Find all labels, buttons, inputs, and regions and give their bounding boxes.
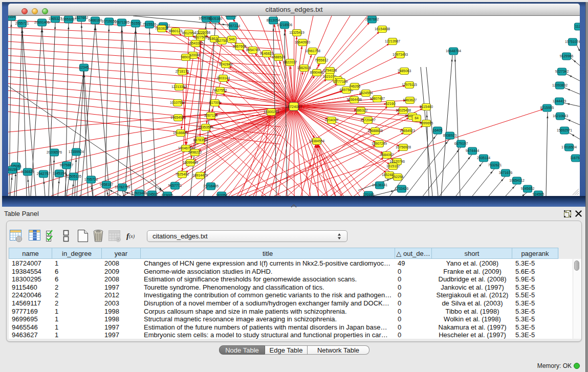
svg-text:10671385: 10671385 xyxy=(114,20,129,24)
svg-text:3471676: 3471676 xyxy=(499,171,513,174)
svg-text:1588520: 1588520 xyxy=(272,55,286,59)
svg-text:19218506: 19218506 xyxy=(277,23,292,27)
svg-text:39159: 39159 xyxy=(8,168,17,171)
svg-text:2867608: 2867608 xyxy=(233,45,247,48)
svg-text:7955812: 7955812 xyxy=(315,58,329,62)
svg-text:9327505: 9327505 xyxy=(194,35,208,39)
svg-text:187054: 187054 xyxy=(216,193,228,196)
svg-text:15720407: 15720407 xyxy=(360,118,376,122)
svg-text:3267130: 3267130 xyxy=(204,114,218,117)
svg-text:8878354: 8878354 xyxy=(193,138,207,142)
svg-text:1733426: 1733426 xyxy=(395,187,409,190)
svg-text:19384554: 19384554 xyxy=(309,139,324,143)
svg-text:98901: 98901 xyxy=(181,55,191,59)
svg-text:16543382: 16543382 xyxy=(188,41,203,45)
svg-text:1362615: 1362615 xyxy=(297,66,311,70)
svg-text:10756928: 10756928 xyxy=(396,145,411,149)
svg-text:751552: 751552 xyxy=(130,21,142,25)
svg-text:8860123: 8860123 xyxy=(169,29,183,33)
svg-text:10653287: 10653287 xyxy=(61,17,76,21)
svg-text:924502: 924502 xyxy=(146,192,158,196)
svg-text:9427552: 9427552 xyxy=(213,89,227,92)
svg-text:746266: 746266 xyxy=(349,84,361,88)
svg-text:62160: 62160 xyxy=(386,102,396,105)
svg-text:10654112: 10654112 xyxy=(509,179,525,182)
svg-text:9463627: 9463627 xyxy=(403,98,417,102)
svg-text:64: 64 xyxy=(415,116,419,120)
svg-text:9657771: 9657771 xyxy=(168,184,182,187)
svg-text:3498222: 3498222 xyxy=(188,150,202,154)
svg-text:16210643: 16210643 xyxy=(553,114,568,118)
svg-text:13353594: 13353594 xyxy=(198,125,213,129)
svg-text:2718176: 2718176 xyxy=(176,70,189,73)
svg-text:6466160: 6466160 xyxy=(89,18,102,22)
svg-text:9474444: 9474444 xyxy=(466,149,480,152)
svg-text:8990448: 8990448 xyxy=(310,71,324,74)
svg-text:19654925: 19654925 xyxy=(170,116,186,119)
svg-text:7663822: 7663822 xyxy=(155,27,169,30)
svg-text:1615112: 1615112 xyxy=(386,164,400,168)
svg-text:7632621: 7632621 xyxy=(488,163,502,167)
svg-text:16648784: 16648784 xyxy=(446,49,461,53)
svg-text:2087682: 2087682 xyxy=(365,17,379,21)
svg-text:8813054: 8813054 xyxy=(267,18,280,22)
svg-text:12093832: 12093832 xyxy=(552,83,568,87)
svg-text:10807487: 10807487 xyxy=(369,97,385,100)
svg-text:10025438: 10025438 xyxy=(396,108,411,112)
svg-text:18907249: 18907249 xyxy=(372,142,387,145)
svg-text:873005: 873005 xyxy=(162,193,173,196)
svg-text:2935114: 2935114 xyxy=(477,156,490,160)
svg-text:7204007: 7204007 xyxy=(325,118,339,122)
svg-text:7485063: 7485063 xyxy=(398,69,411,73)
svg-text:16405: 16405 xyxy=(433,128,443,132)
svg-text:17975115: 17975115 xyxy=(402,83,417,86)
svg-text:831305: 831305 xyxy=(225,16,237,17)
svg-text:17359924: 17359924 xyxy=(69,150,84,154)
svg-text:7357224: 7357224 xyxy=(227,24,241,28)
svg-text:16782759: 16782759 xyxy=(115,185,130,189)
svg-text:9958187: 9958187 xyxy=(100,183,114,186)
svg-text:12213987: 12213987 xyxy=(385,39,400,43)
svg-text:252254: 252254 xyxy=(392,175,404,179)
svg-text:2803144: 2803144 xyxy=(216,76,230,80)
svg-text:116753: 116753 xyxy=(570,156,580,160)
svg-text:9354: 9354 xyxy=(8,16,15,18)
svg-text:19654923: 19654923 xyxy=(400,129,415,133)
svg-text:6679197: 6679197 xyxy=(454,142,468,145)
svg-text:1795722: 1795722 xyxy=(84,178,98,181)
svg-text:9129966: 9129966 xyxy=(560,54,574,58)
svg-text:(x): (x) xyxy=(129,233,135,239)
svg-text:9327508: 9327508 xyxy=(215,39,229,42)
svg-text:8215955: 8215955 xyxy=(540,106,554,110)
svg-text:1965327: 1965327 xyxy=(49,17,62,20)
svg-text:1527602: 1527602 xyxy=(75,16,89,19)
svg-text:3624554: 3624554 xyxy=(359,91,373,95)
svg-text:15300293: 15300293 xyxy=(264,110,279,114)
svg-text:546: 546 xyxy=(229,37,235,41)
svg-text:20364436: 20364436 xyxy=(346,98,362,101)
svg-text:15692971: 15692971 xyxy=(557,128,572,132)
svg-text:7515526: 7515526 xyxy=(143,23,157,26)
svg-text:16099489: 16099489 xyxy=(183,161,198,164)
svg-text:10107554: 10107554 xyxy=(170,101,185,104)
svg-text:20691406: 20691406 xyxy=(34,20,50,24)
svg-text:15751074: 15751074 xyxy=(565,40,580,43)
svg-text:8822037: 8822037 xyxy=(284,60,297,64)
svg-text:20206576: 20206576 xyxy=(47,150,62,154)
svg-text:6794028: 6794028 xyxy=(323,69,337,72)
svg-text:1156829: 1156829 xyxy=(21,170,34,173)
svg-text:8938923: 8938923 xyxy=(443,134,457,137)
svg-text:17016504: 17016504 xyxy=(561,145,577,149)
svg-text:16914479: 16914479 xyxy=(192,173,208,177)
svg-text:18724007: 18724007 xyxy=(285,104,302,109)
svg-text:11325419: 11325419 xyxy=(289,31,304,34)
svg-text:9242848: 9242848 xyxy=(219,62,233,66)
svg-text:7625402: 7625402 xyxy=(176,172,189,176)
svg-text:9777169: 9777169 xyxy=(334,80,348,83)
svg-text:1605380: 1605380 xyxy=(209,17,223,20)
svg-text:10961758: 10961758 xyxy=(305,49,320,53)
svg-text:16154838: 16154838 xyxy=(375,27,390,31)
svg-text:1244419: 1244419 xyxy=(553,99,567,103)
svg-text:9146821: 9146821 xyxy=(260,52,274,55)
svg-text:2055721: 2055721 xyxy=(15,21,29,25)
